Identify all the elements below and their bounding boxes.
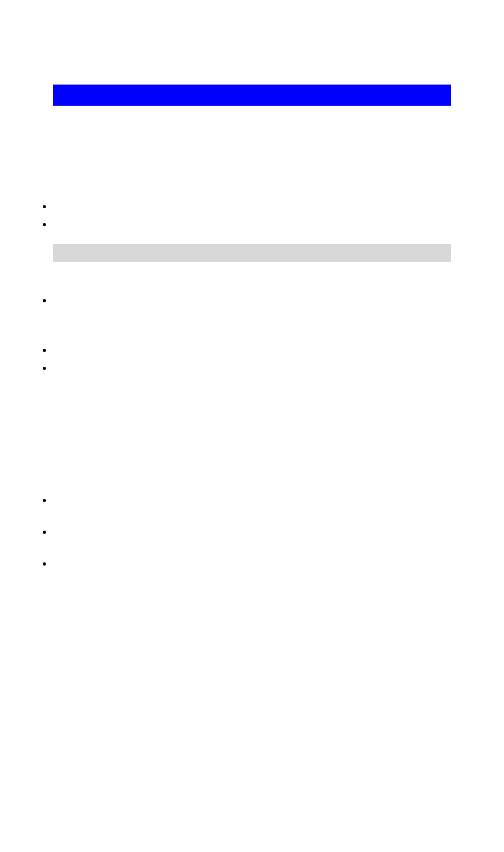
list-item [53,495,451,505]
list-item [53,295,451,305]
list-item [53,345,451,355]
list-item [53,201,451,211]
list-item [53,526,451,537]
bullet-list-1 [53,201,451,229]
list-item [53,558,451,569]
secondary-bar [53,244,451,262]
list-item [53,219,451,229]
main-content [53,85,451,590]
primary-bar [53,85,451,106]
bullet-list-3 [53,495,451,569]
bullet-list-2 [53,295,451,373]
list-item [53,363,451,373]
